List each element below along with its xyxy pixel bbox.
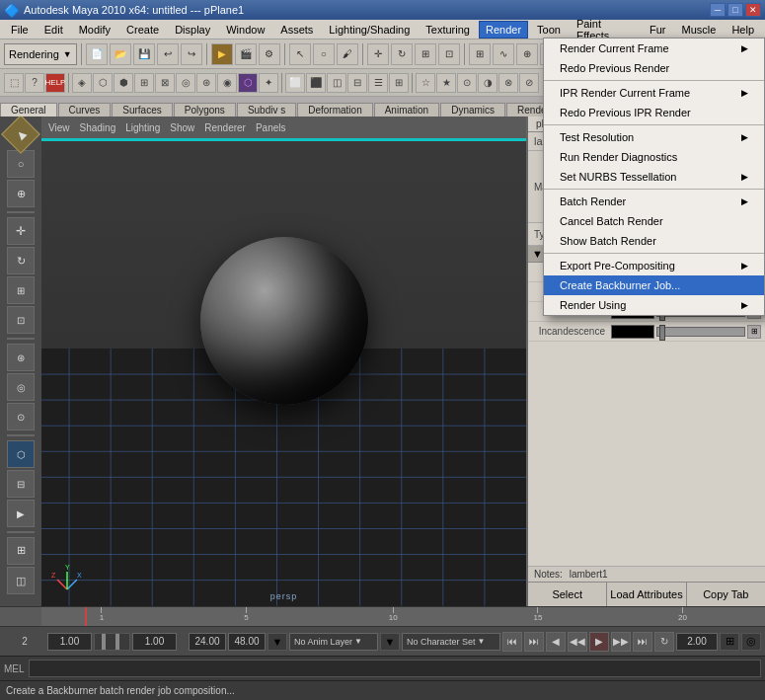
- new-scene-icon[interactable]: 📄: [86, 43, 108, 65]
- t2-icon-16[interactable]: ◫: [327, 73, 346, 93]
- ipr-render-item[interactable]: IPR Render Current Frame ▶: [544, 83, 764, 103]
- frame-all-tool[interactable]: ⊞: [7, 537, 35, 565]
- t2-icon-23[interactable]: ◑: [478, 73, 497, 93]
- range-handle-left[interactable]: [102, 634, 106, 650]
- t2-icon-7[interactable]: ⊞: [134, 73, 154, 93]
- char-set-expand[interactable]: ▼: [380, 633, 400, 651]
- t2-icon-8[interactable]: ⊠: [155, 73, 175, 93]
- snap-curve-icon[interactable]: ∿: [493, 43, 514, 65]
- extra-btn2[interactable]: ◎: [741, 633, 761, 651]
- range-end-input[interactable]: [132, 633, 177, 651]
- tab-curves[interactable]: Curves: [58, 103, 112, 117]
- tab-general[interactable]: General: [0, 103, 57, 117]
- t2-icon-6[interactable]: ⬢: [114, 73, 133, 93]
- render-view-tool[interactable]: ▶: [7, 500, 35, 527]
- lasso-tool[interactable]: ○: [7, 150, 35, 178]
- vp-menu-panels[interactable]: Panels: [253, 122, 289, 133]
- open-icon[interactable]: 📂: [110, 43, 131, 65]
- menu-edit[interactable]: Edit: [38, 21, 70, 39]
- vp-menu-lighting[interactable]: Lighting: [122, 122, 163, 133]
- move-icon[interactable]: ✛: [367, 43, 389, 65]
- play-forward-button[interactable]: ▶: [589, 632, 609, 652]
- menu-display[interactable]: Display: [168, 21, 217, 39]
- render-icon[interactable]: ▶: [211, 43, 233, 65]
- t2-icon-20[interactable]: ☆: [416, 73, 435, 93]
- show-batch-item[interactable]: Show Batch Render: [544, 231, 764, 251]
- t2-icon-14[interactable]: ⬜: [285, 73, 305, 93]
- step-back-button[interactable]: ◀: [546, 632, 566, 652]
- play-back-button[interactable]: ◀◀: [568, 632, 587, 652]
- timeline-bar[interactable]: 1 5 10 15 20: [41, 607, 765, 626]
- viewport-3d[interactable]: X Z Y persp: [41, 138, 526, 606]
- save-icon[interactable]: 💾: [133, 43, 155, 65]
- view-cube[interactable]: ⬡: [7, 440, 35, 468]
- move-tool[interactable]: ✛: [7, 217, 35, 245]
- t2-icon-19[interactable]: ⊞: [389, 73, 409, 93]
- prev-key-button[interactable]: ⏭: [524, 632, 544, 652]
- universal-tool[interactable]: ⊡: [7, 306, 35, 334]
- playhead[interactable]: [85, 607, 87, 626]
- range-start-input[interactable]: [47, 633, 92, 651]
- camera-tool[interactable]: ⊟: [7, 470, 35, 498]
- char-set-dropdown[interactable]: No Character Set ▼: [402, 633, 500, 651]
- menu-help[interactable]: Help: [725, 21, 761, 39]
- anim-layer-dropdown[interactable]: No Anim Layer ▼: [289, 633, 378, 651]
- range-bar[interactable]: [94, 633, 130, 651]
- current-time-input[interactable]: [676, 633, 718, 651]
- tab-surfaces[interactable]: Surfaces: [112, 103, 172, 117]
- select-button[interactable]: Select: [528, 583, 607, 606]
- show-manip-tool[interactable]: ⊙: [7, 403, 35, 430]
- t2-icon-18[interactable]: ☰: [368, 73, 388, 93]
- menu-window[interactable]: Window: [219, 21, 271, 39]
- set-nurbs-item[interactable]: Set NURBS Tessellation ▶: [544, 167, 764, 187]
- menu-assets[interactable]: Assets: [273, 21, 320, 39]
- t2-icon-9[interactable]: ◎: [176, 73, 195, 93]
- menu-file[interactable]: File: [4, 21, 36, 39]
- create-backburner-item[interactable]: Create Backburner Job...: [544, 275, 764, 295]
- t2-icon-17[interactable]: ⊟: [347, 73, 367, 93]
- menu-muscle[interactable]: Muscle: [675, 21, 724, 39]
- select-icon[interactable]: ↖: [289, 43, 311, 65]
- menu-render[interactable]: Render: [479, 21, 528, 39]
- incandescence-end-btn[interactable]: ⊞: [747, 325, 761, 339]
- menu-create[interactable]: Create: [119, 21, 166, 39]
- tab-subdivs[interactable]: Subdiv s: [237, 103, 296, 117]
- snap-grid-icon[interactable]: ⊞: [469, 43, 491, 65]
- test-resolution-item[interactable]: Test Resolution ▶: [544, 127, 764, 147]
- export-precomp-item[interactable]: Export Pre-Compositing ▶: [544, 256, 764, 275]
- t2-icon-11[interactable]: ◉: [217, 73, 237, 93]
- redo-icon[interactable]: ↪: [181, 43, 202, 65]
- menu-modify[interactable]: Modify: [72, 21, 117, 39]
- close-button[interactable]: ✕: [745, 3, 761, 17]
- go-start-button[interactable]: ⏮: [502, 632, 522, 652]
- t2-icon-25[interactable]: ⊘: [519, 73, 539, 93]
- ipr-icon[interactable]: 🎬: [235, 43, 257, 65]
- batch-render-item[interactable]: Batch Render ▶: [544, 192, 764, 211]
- scale-icon[interactable]: ⊞: [415, 43, 436, 65]
- tab-polygons[interactable]: Polygons: [174, 103, 236, 117]
- incandescence-slider[interactable]: [656, 327, 745, 337]
- minimize-button[interactable]: ─: [710, 3, 726, 17]
- render-current-frame-item[interactable]: Render Current Frame ▶: [544, 39, 764, 58]
- t2-icon-24[interactable]: ⊗: [498, 73, 518, 93]
- redo-ipr-item[interactable]: Redo Previous IPR Render: [544, 103, 764, 122]
- time-start-input[interactable]: [189, 633, 226, 651]
- cancel-batch-item[interactable]: Cancel Batch Render: [544, 211, 764, 231]
- scale-tool[interactable]: ⊞: [7, 276, 35, 304]
- t2-icon-15[interactable]: ⬛: [306, 73, 326, 93]
- t2-icon-5[interactable]: ⬡: [93, 73, 113, 93]
- menu-toon[interactable]: Toon: [530, 21, 568, 39]
- incandescence-slider-handle[interactable]: [659, 325, 665, 341]
- range-handle-right[interactable]: [115, 634, 119, 650]
- vp-menu-renderer[interactable]: Renderer: [201, 122, 249, 133]
- t2-icon-12[interactable]: ⬡: [238, 73, 258, 93]
- mode-dropdown[interactable]: Rendering ▼: [4, 43, 77, 65]
- load-attributes-button[interactable]: Load Attributes: [607, 583, 686, 606]
- t2-icon-1[interactable]: ⬚: [4, 73, 24, 93]
- redo-previous-render-item[interactable]: Redo Previous Render: [544, 58, 764, 78]
- vp-menu-view[interactable]: View: [45, 122, 73, 133]
- tab-deformation[interactable]: Deformation: [297, 103, 372, 117]
- t2-icon-2[interactable]: ?: [25, 73, 44, 93]
- sculpt-tool[interactable]: ◎: [7, 373, 35, 401]
- vp-menu-show[interactable]: Show: [167, 122, 197, 133]
